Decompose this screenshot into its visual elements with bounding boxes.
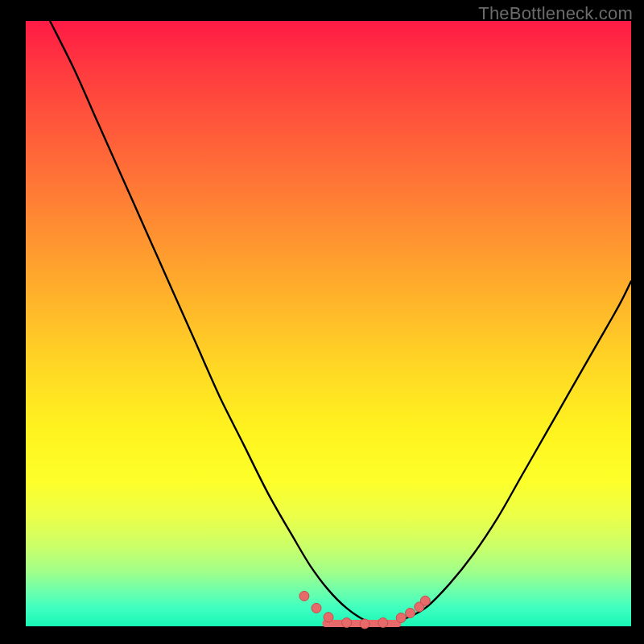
curve-marker	[406, 609, 415, 618]
plot-area	[26, 21, 631, 626]
curve-marker	[312, 603, 321, 613]
curve-marker	[378, 618, 388, 628]
curve-marker	[360, 619, 369, 629]
curve-marker	[342, 618, 352, 628]
bottleneck-curve-svg	[26, 21, 631, 626]
curve-markers	[299, 591, 430, 629]
chart-frame: TheBottleneck.com	[0, 0, 644, 644]
curve-marker	[420, 596, 430, 605]
curve-marker	[324, 613, 333, 622]
curve-marker	[299, 591, 309, 601]
bottleneck-curve-path	[50, 21, 631, 626]
curve-marker	[396, 613, 406, 623]
